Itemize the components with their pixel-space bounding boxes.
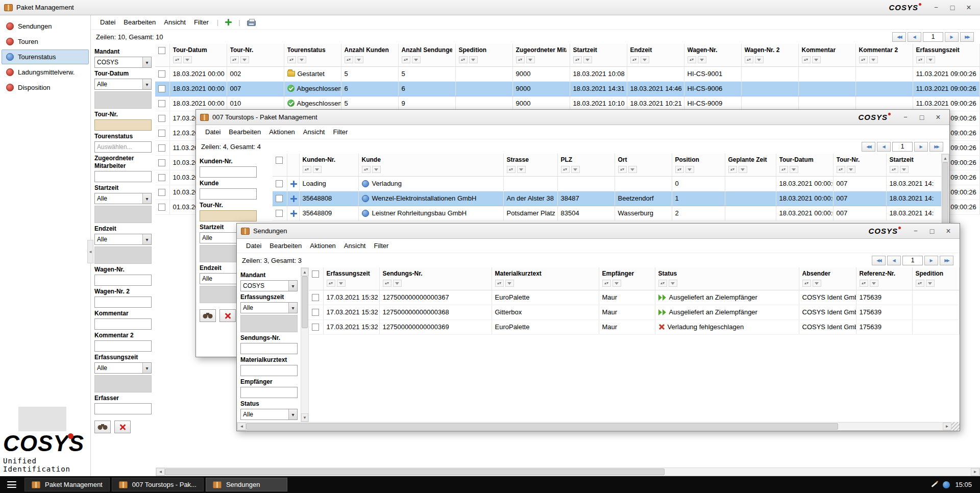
horizontal-scrollbar[interactable] [156,467,980,476]
start-button[interactable] [0,476,23,493]
row-checkbox[interactable] [276,195,283,202]
filter-dropdown[interactable]: Alle [94,362,152,374]
column-filter-icon[interactable] [183,56,192,63]
sort-icon[interactable] [890,166,898,173]
sort-icon[interactable] [383,280,391,287]
column-filter-icon[interactable] [926,280,935,287]
column-filter-icon[interactable] [628,166,637,173]
network-icon[interactable] [943,481,950,488]
select-all-checkbox[interactable] [158,47,165,54]
menu-item[interactable]: Bearbeiten [265,240,306,251]
filter-input[interactable] [200,210,257,221]
menu-item[interactable]: Aktionen [306,240,340,251]
column-header[interactable]: Sendungs-Nr. [379,267,492,290]
menu-item[interactable]: Datei [96,17,119,28]
scroll-left-icon[interactable] [237,423,246,430]
row-checkbox[interactable] [158,174,165,181]
expand-icon[interactable] [290,195,297,202]
sort-icon[interactable] [402,56,410,63]
column-header[interactable]: Tour-Nr. [227,44,284,66]
column-header[interactable]: Spedition [912,267,960,290]
column-header[interactable]: Materialkurztext [492,267,599,290]
column-header[interactable]: Referenz-Nr. [856,267,912,290]
sort-icon[interactable] [802,56,811,63]
sort-icon[interactable] [459,56,468,63]
column-filter-icon[interactable] [739,166,747,173]
column-header[interactable]: Erfassungszeit [323,267,379,290]
column-header[interactable]: Wagen-Nr. [684,44,741,66]
scroll-up-icon[interactable] [301,268,308,276]
sidebar-item[interactable]: Touren [2,34,89,49]
sort-icon[interactable] [675,166,684,173]
next-page-button[interactable] [924,256,938,265]
sort-icon[interactable] [345,56,353,63]
column-filter-icon[interactable] [847,166,855,173]
tour-row[interactable]: 18.03.2021 00:00 002 Gestartet 5 5 9000 … [155,66,980,81]
column-filter-icon[interactable] [612,280,621,287]
scroll-right-icon[interactable] [943,423,951,430]
sendung-row[interactable]: 17.03.2021 15:32 127500000000000369 Euro… [309,319,960,334]
column-header[interactable]: Status [655,267,799,290]
column-header[interactable]: Kommentar [798,44,855,66]
sidebar-item[interactable]: Ladungsmittelverw. [2,65,89,80]
column-header[interactable]: Startzeit [570,44,627,66]
collapse-filter-handle[interactable] [87,240,93,263]
menu-item[interactable]: Filter [190,17,213,28]
column-header[interactable]: Startzeit [886,154,949,176]
row-checkbox[interactable] [158,100,165,107]
menu-item[interactable]: Bearbeiten [119,17,160,28]
filter-input[interactable] [240,343,298,354]
filter-input[interactable] [94,275,152,286]
last-page-button[interactable] [929,142,943,152]
clear-filter-button[interactable] [114,421,131,433]
column-header[interactable]: Wagen-Nr. 2 [741,44,798,66]
column-filter-icon[interactable] [313,166,322,173]
column-filter-icon[interactable] [517,166,526,173]
menu-item[interactable]: Ansicht [160,17,190,28]
column-filter-icon[interactable] [698,56,706,63]
column-filter-icon[interactable] [583,56,592,63]
filter-input[interactable] [200,166,257,178]
row-checkbox[interactable] [158,144,165,152]
sort-icon[interactable] [618,166,627,173]
column-header[interactable]: PLZ [557,154,615,176]
column-header[interactable]: Ort [615,154,672,176]
maximize-button[interactable] [945,3,960,13]
column-filter-icon[interactable] [505,280,514,287]
column-filter-icon[interactable] [337,280,346,287]
prev-page-button[interactable] [877,142,891,152]
maximize-button[interactable] [925,226,939,236]
sort-icon[interactable] [230,56,239,63]
column-filter-icon[interactable] [926,56,935,63]
column-header[interactable]: Spedition [455,44,512,66]
sendungen-titlebar[interactable]: Sendungen COSYS [237,224,960,239]
filter-dropdown[interactable]: Alle [240,409,298,420]
scroll-left-icon[interactable] [156,468,165,476]
sort-icon[interactable] [916,56,925,63]
menu-item[interactable]: Ansicht [340,240,370,251]
scrollbar-thumb[interactable] [246,423,838,430]
search-button[interactable] [94,421,111,433]
close-button[interactable] [941,226,955,236]
column-filter-icon[interactable] [869,56,878,63]
filter-input[interactable] [94,318,152,330]
column-filter-icon[interactable] [240,56,249,63]
scrollbar-thumb[interactable] [165,469,665,475]
filter-dropdown[interactable]: Alle [240,302,298,313]
filter-scrollbar[interactable] [301,267,309,422]
column-filter-icon[interactable] [355,56,363,63]
column-header[interactable]: Kunden-Nr. [299,154,358,176]
menu-item[interactable]: Datei [242,240,265,251]
row-checkbox[interactable] [312,324,319,331]
sort-icon[interactable] [495,280,504,287]
row-checkbox[interactable] [158,130,165,137]
filter-input[interactable] [94,119,152,131]
sort-icon[interactable] [837,166,845,173]
menu-item[interactable]: Bearbeiten [225,127,265,137]
column-filter-icon[interactable] [685,166,694,173]
sidebar-item[interactable]: Disposition [2,80,89,95]
column-header[interactable]: Erfassungszeit [913,44,980,66]
sort-icon[interactable] [630,56,639,63]
column-header[interactable]: Empfänger [599,267,655,290]
taskbar-app-button[interactable]: Sendungen [206,478,287,491]
